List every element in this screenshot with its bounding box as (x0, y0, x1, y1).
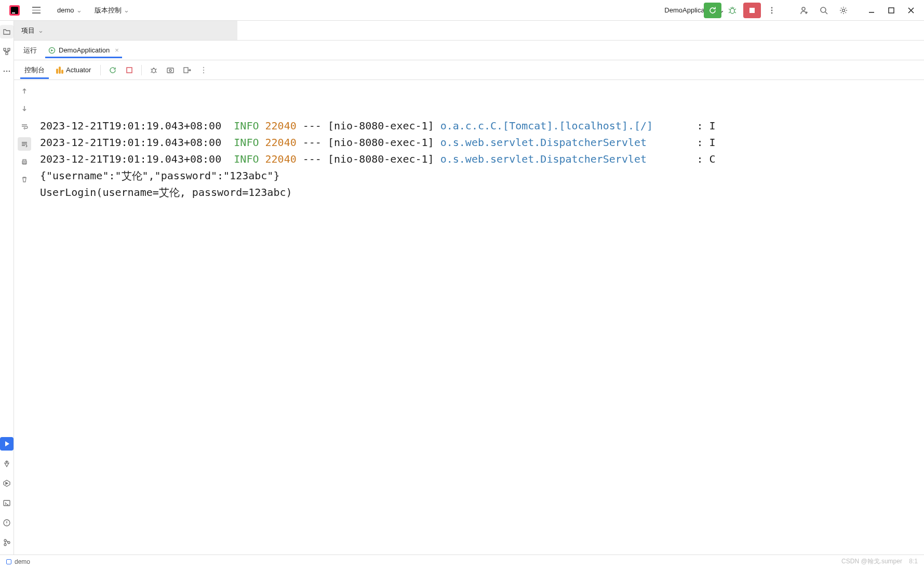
more-tools-icon[interactable] (0, 64, 14, 78)
module-icon (6, 559, 11, 564)
stop-icon[interactable] (123, 63, 136, 77)
svg-point-12 (842, 9, 845, 11)
services-tool-icon[interactable] (0, 477, 14, 490)
svg-rect-16 (8, 48, 10, 50)
actuator-tab[interactable]: Actuator (52, 62, 95, 78)
svg-point-34 (169, 69, 171, 71)
clear-icon[interactable] (18, 173, 31, 186)
main-menu-icon[interactable] (32, 4, 45, 17)
actuator-icon (56, 67, 63, 74)
print-icon[interactable] (18, 155, 31, 168)
project-menu-label: demo (57, 6, 74, 14)
close-icon[interactable] (902, 3, 920, 18)
svg-rect-40 (23, 160, 26, 161)
actuator-tab-label: Actuator (66, 66, 91, 74)
app-logo-icon (9, 5, 20, 16)
svg-rect-33 (167, 68, 173, 73)
svg-point-32 (152, 69, 156, 73)
menu-bar: demo ⌄ 版本控制 ⌄ DemoApplication ⌄ (0, 0, 924, 21)
main-area: 项目 ⌄ 运行 DemoApplication × (0, 21, 924, 554)
account-icon[interactable] (795, 3, 813, 18)
scroll-to-end-icon[interactable] (18, 137, 31, 151)
settings-icon[interactable] (835, 3, 852, 18)
menu-right-group: DemoApplication ⌄ (684, 3, 920, 18)
left-toolwindow-rail (0, 21, 14, 554)
svg-point-10 (806, 12, 807, 13)
svg-rect-15 (4, 48, 6, 50)
cursor-position: 8:1 (909, 558, 918, 565)
svg-point-4 (730, 8, 734, 14)
console-gutter (14, 80, 35, 554)
debug-button[interactable] (724, 3, 741, 18)
svg-point-19 (6, 71, 8, 72)
separator (141, 65, 142, 75)
debug-attach-icon[interactable] (147, 63, 160, 77)
svg-point-18 (4, 71, 5, 72)
svg-rect-5 (749, 8, 755, 13)
build-tool-icon[interactable] (0, 457, 14, 470)
vcs-menu-label: 版本控制 (95, 6, 122, 15)
soft-wrap-icon[interactable] (18, 120, 31, 133)
chevron-down-icon: ⌄ (124, 6, 129, 14)
exit-icon[interactable] (180, 63, 194, 77)
maximize-icon[interactable] (882, 3, 900, 18)
svg-rect-31 (127, 68, 132, 73)
more-icon[interactable] (197, 63, 210, 77)
close-tab-icon[interactable]: × (115, 46, 119, 54)
status-module[interactable]: demo (6, 558, 30, 565)
structure-tool-icon[interactable] (0, 45, 14, 58)
svg-point-37 (203, 69, 204, 70)
status-bar: demo CSDN @翰戈.sumper 8:1 (0, 554, 924, 568)
search-icon[interactable] (815, 3, 833, 18)
git-tool-icon[interactable] (0, 536, 14, 549)
svg-rect-17 (6, 52, 8, 55)
svg-point-38 (203, 72, 204, 73)
minimize-icon[interactable] (863, 3, 880, 18)
menu-left-group: demo ⌄ 版本控制 ⌄ (4, 4, 135, 17)
run-config-selector[interactable]: DemoApplication ⌄ (684, 3, 702, 18)
more-actions-icon[interactable] (763, 3, 781, 18)
console-tab[interactable]: 控制台 (20, 61, 49, 79)
layout-icon[interactable] (164, 63, 177, 77)
svg-point-7 (771, 9, 773, 11)
project-menu[interactable]: demo ⌄ (52, 4, 87, 16)
console-output[interactable]: 2023-12-21T19:01:19.043+08:00 INFO 22040… (35, 80, 924, 554)
svg-point-20 (9, 71, 10, 72)
stop-button[interactable] (743, 3, 761, 18)
project-tool-icon[interactable] (0, 25, 14, 38)
run-subtabs: 控制台 Actuator (14, 60, 924, 80)
svg-point-24 (4, 544, 6, 546)
svg-rect-35 (184, 68, 188, 73)
run-panel-header: 运行 DemoApplication × (14, 41, 924, 60)
svg-rect-14 (889, 8, 894, 13)
scroll-up-icon[interactable] (18, 84, 31, 98)
spring-boot-icon (48, 47, 56, 54)
project-breadcrumb[interactable]: 项目 ⌄ (14, 21, 237, 40)
chevron-down-icon: ⌄ (38, 27, 44, 34)
project-breadcrumb-label: 项目 (21, 26, 35, 35)
svg-rect-2 (12, 12, 15, 14)
chevron-down-icon: ⌄ (76, 6, 82, 14)
run-panel-title: 运行 (20, 42, 40, 59)
status-right: CSDN @翰戈.sumper 8:1 (841, 557, 918, 566)
svg-point-8 (771, 12, 773, 14)
problems-tool-icon[interactable] (0, 516, 14, 530)
svg-point-9 (802, 7, 805, 10)
terminal-tool-icon[interactable] (0, 496, 14, 510)
rerun-icon[interactable] (106, 63, 119, 77)
svg-point-11 (821, 7, 826, 12)
console-body: 2023-12-21T19:01:19.043+08:00 INFO 22040… (14, 80, 924, 554)
svg-point-6 (771, 7, 773, 8)
nav-bar: 项目 ⌄ (14, 21, 924, 41)
run-tab-label: DemoApplication (59, 46, 110, 54)
svg-rect-13 (869, 12, 874, 13)
center-panel: 项目 ⌄ 运行 DemoApplication × (14, 21, 924, 554)
run-tab-app[interactable]: DemoApplication × (45, 42, 122, 58)
separator (100, 65, 101, 75)
scroll-down-icon[interactable] (18, 102, 31, 115)
run-tool-icon[interactable] (0, 437, 14, 451)
svg-point-23 (4, 539, 6, 541)
rerun-button[interactable] (704, 3, 721, 18)
status-module-label: demo (15, 558, 30, 565)
vcs-menu[interactable]: 版本控制 ⌄ (89, 4, 135, 17)
